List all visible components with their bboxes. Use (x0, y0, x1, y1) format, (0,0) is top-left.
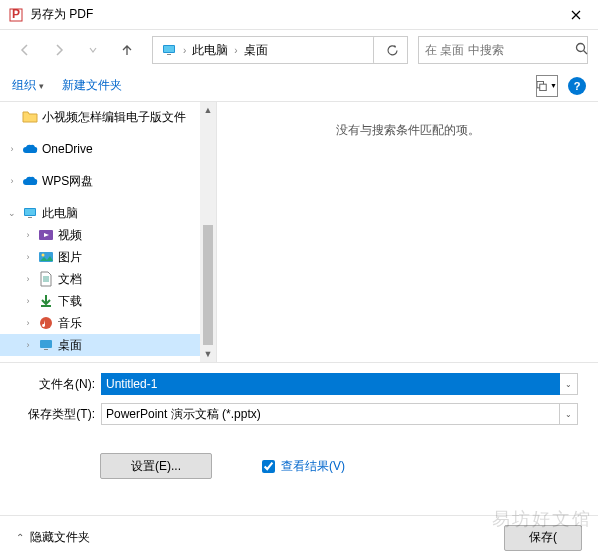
chevron-right-icon: › (6, 144, 18, 154)
up-button[interactable] (112, 36, 142, 64)
svg-rect-16 (44, 349, 48, 350)
nav-bar: › 此电脑 › 桌面 (0, 30, 598, 70)
chevron-right-icon: › (22, 296, 34, 306)
chevron-right-icon: › (22, 274, 34, 284)
svg-rect-9 (25, 209, 35, 215)
view-results-label[interactable]: 查看结果(V) (281, 458, 345, 475)
tree-item-downloads[interactable]: › 下载 (0, 290, 200, 312)
breadcrumb-current[interactable]: 桌面 (240, 42, 272, 59)
chevron-right-icon: › (22, 340, 34, 350)
file-list: 没有与搜索条件匹配的项。 (216, 102, 598, 362)
svg-rect-4 (167, 54, 171, 55)
filetype-label: 保存类型(T): (20, 406, 95, 423)
new-folder-button[interactable]: 新建文件夹 (62, 77, 122, 94)
footer: ⌃ 隐藏文件夹 保存( (0, 515, 598, 559)
tree-item-videos[interactable]: › 视频 (0, 224, 200, 246)
toolbar: 组织 新建文件夹 ▼ ? (0, 70, 598, 102)
refresh-button[interactable] (373, 36, 403, 64)
cloud-icon (22, 141, 38, 157)
main-area: 小视频怎样编辑电子版文件 › OneDrive › WPS网盘 ⌄ 此电脑 › … (0, 102, 598, 362)
filetype-select[interactable]: PowerPoint 演示文稿 (*.pptx) (101, 403, 560, 425)
tree-item-folder[interactable]: 小视频怎样编辑电子版文件 (0, 106, 200, 128)
folder-icon (22, 109, 38, 125)
search-box[interactable] (418, 36, 588, 64)
video-icon (38, 227, 54, 243)
pdf-icon: P (8, 7, 24, 23)
monitor-icon (161, 42, 177, 58)
options-row: 设置(E)... 查看结果(V) (0, 433, 598, 489)
filename-input[interactable] (101, 373, 560, 395)
svg-rect-7 (540, 84, 546, 90)
chevron-right-icon: › (22, 318, 34, 328)
download-icon (38, 293, 54, 309)
svg-point-14 (40, 317, 52, 329)
save-button[interactable]: 保存( (504, 525, 582, 551)
chevron-down-icon: ▼ (550, 82, 557, 89)
close-button[interactable] (553, 0, 598, 30)
view-options-button[interactable]: ▼ (536, 75, 558, 97)
recent-button[interactable] (78, 36, 108, 64)
music-icon (38, 315, 54, 331)
scroll-down-button[interactable]: ▼ (200, 346, 216, 362)
search-input[interactable] (425, 43, 575, 57)
filename-dropdown[interactable]: ⌄ (560, 373, 578, 395)
picture-icon (38, 249, 54, 265)
refresh-icon (386, 44, 399, 57)
view-icon (537, 81, 548, 91)
chevron-down-icon (88, 45, 98, 55)
hide-folders-toggle[interactable]: ⌃ 隐藏文件夹 (16, 529, 90, 546)
help-button[interactable]: ? (568, 77, 586, 95)
folder-tree[interactable]: 小视频怎样编辑电子版文件 › OneDrive › WPS网盘 ⌄ 此电脑 › … (0, 102, 200, 362)
document-icon (38, 271, 54, 287)
svg-rect-3 (164, 46, 174, 52)
svg-rect-15 (40, 340, 52, 348)
chevron-right-icon: › (183, 45, 186, 56)
tree-item-music[interactable]: › 音乐 (0, 312, 200, 334)
svg-text:P: P (12, 8, 20, 21)
cloud-icon (22, 173, 38, 189)
svg-rect-10 (28, 217, 32, 218)
organize-menu[interactable]: 组织 (12, 77, 44, 94)
close-icon (571, 10, 581, 20)
view-results-checkbox[interactable] (262, 460, 275, 473)
settings-button[interactable]: 设置(E)... (100, 453, 212, 479)
chevron-right-icon: › (6, 176, 18, 186)
desktop-icon (38, 337, 54, 353)
back-button[interactable] (10, 36, 40, 64)
chevron-right-icon: › (22, 230, 34, 240)
tree-item-pictures[interactable]: › 图片 (0, 246, 200, 268)
arrow-left-icon (18, 43, 32, 57)
tree-item-documents[interactable]: › 文档 (0, 268, 200, 290)
chevron-down-icon: ⌄ (6, 208, 18, 218)
window-title: 另存为 PDF (30, 6, 553, 23)
scroll-up-button[interactable]: ▲ (200, 102, 216, 118)
tree-scrollbar[interactable]: ▲ ▼ (200, 102, 216, 362)
filename-label: 文件名(N): (20, 376, 95, 393)
scroll-thumb[interactable] (203, 225, 213, 345)
save-form: 文件名(N): ⌄ 保存类型(T): PowerPoint 演示文稿 (*.pp… (0, 362, 598, 425)
chevron-up-icon: ⌃ (16, 532, 24, 543)
address-bar[interactable]: › 此电脑 › 桌面 (152, 36, 408, 64)
empty-message: 没有与搜索条件匹配的项。 (237, 122, 578, 139)
search-icon[interactable] (575, 42, 588, 58)
tree-item-onedrive[interactable]: › OneDrive (0, 138, 200, 160)
chevron-right-icon: › (234, 45, 237, 56)
chevron-right-icon: › (22, 252, 34, 262)
forward-button[interactable] (44, 36, 74, 64)
arrow-up-icon (120, 43, 134, 57)
svg-point-5 (577, 44, 585, 52)
title-bar: P 另存为 PDF (0, 0, 598, 30)
tree-item-desktop[interactable]: › 桌面 (0, 334, 200, 356)
filetype-dropdown[interactable]: ⌄ (560, 403, 578, 425)
tree-item-thispc[interactable]: ⌄ 此电脑 (0, 202, 200, 224)
breadcrumb-root[interactable]: 此电脑 (188, 42, 232, 59)
arrow-right-icon (52, 43, 66, 57)
monitor-icon (22, 205, 38, 221)
tree-item-wps[interactable]: › WPS网盘 (0, 170, 200, 192)
svg-point-13 (42, 254, 45, 257)
